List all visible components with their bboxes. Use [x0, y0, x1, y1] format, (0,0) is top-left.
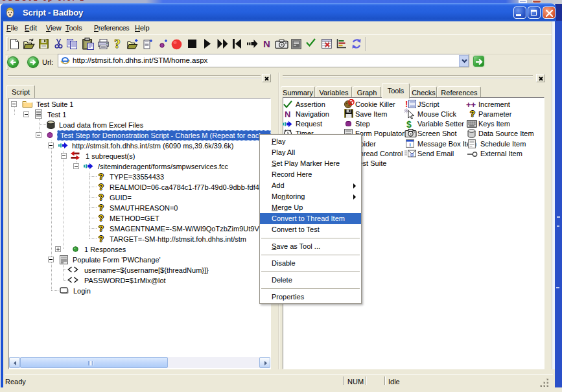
svg-text:@: @: [410, 152, 414, 157]
svg-text:?: ?: [114, 38, 121, 51]
svg-text:i: i: [409, 142, 410, 148]
